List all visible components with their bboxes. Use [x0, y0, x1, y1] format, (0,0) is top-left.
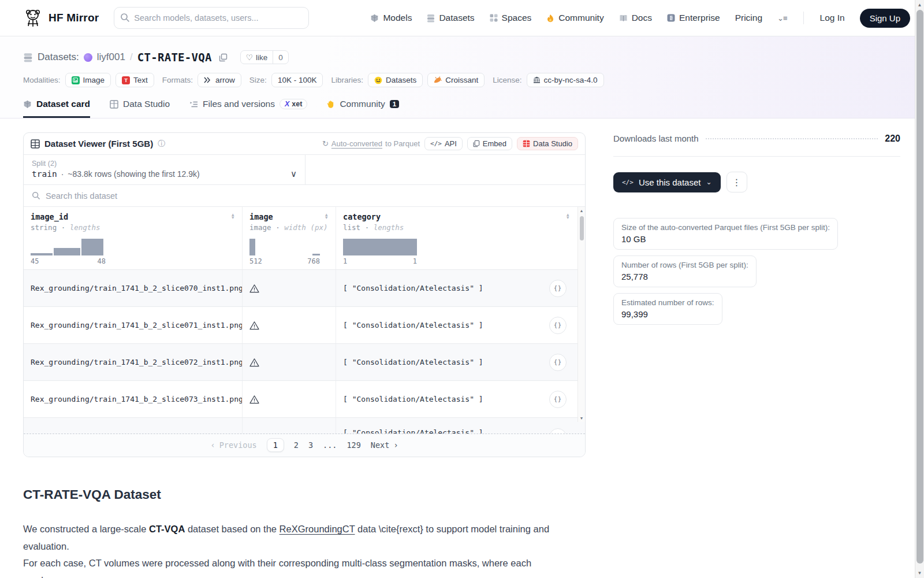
page-2-button[interactable]: 2	[294, 440, 299, 450]
scroll-down-icon[interactable]: ▼	[915, 570, 924, 576]
expand-json-button[interactable]: {}	[549, 280, 567, 297]
code-icon: </>	[622, 179, 634, 186]
rexgroundingct-link[interactable]: ReXGroundingCT	[280, 524, 355, 534]
table-row[interactable]: Rex_grounding/train_1741_b_2_slice071_in…	[24, 306, 585, 343]
size-pill[interactable]: 10K - 100K	[271, 73, 323, 87]
image-id-cell: Rex_grounding/train_1741_b_2_slice070_in…	[24, 270, 242, 306]
chevron-left-icon: ‹	[210, 440, 215, 450]
table-scrollbar-thumb[interactable]	[580, 216, 584, 240]
nav-item-datasets[interactable]: Datasets	[427, 13, 474, 23]
scroll-up-icon[interactable]: ▲	[578, 209, 585, 213]
files-list-icon	[189, 101, 198, 108]
tab-community[interactable]: Community 1	[327, 99, 399, 118]
format-arrow-pill[interactable]: arrow	[198, 73, 241, 87]
modality-text-pill[interactable]: T Text	[116, 73, 154, 87]
page-scrollbar[interactable]: ▲ ▼	[915, 0, 924, 578]
code-icon: </>	[430, 140, 442, 147]
page-129-button[interactable]: 129	[346, 440, 360, 450]
dataset-meta-row: Modalities: Image T Text Formats: arrow …	[23, 73, 901, 87]
nav-item-pricing[interactable]: Pricing	[735, 13, 762, 23]
dataset-card-readme: CT-RATE-VQA Dataset We constructed a lar…	[23, 487, 550, 578]
scroll-down-icon[interactable]: ▼	[578, 416, 585, 420]
library-croissant-pill[interactable]: Croissant	[427, 73, 485, 87]
license-pill[interactable]: cc-by-nc-sa-4.0	[527, 73, 604, 87]
expand-json-button[interactable]: {}	[549, 317, 567, 334]
login-button[interactable]: Log In	[820, 13, 845, 23]
table-row[interactable]: [ "Consolidation/Atelectasis" ]{}	[24, 417, 585, 433]
tab-files-and-versions[interactable]: Files and versions Xxet	[189, 99, 307, 118]
stat-number-of-rows: Number of rows (First 5GB per split): 25…	[613, 255, 757, 287]
page-3-button[interactable]: 3	[308, 440, 313, 450]
auto-converted-link[interactable]: Auto-converted	[331, 139, 382, 148]
like-button[interactable]: ♡ like	[241, 51, 273, 64]
nav-item-enterprise[interactable]: Enterprise	[667, 13, 720, 23]
datasets-db-icon	[23, 53, 33, 62]
breadcrumb-datasets-label[interactable]: Datasets:	[38, 51, 79, 63]
sort-icon[interactable]: ▲▼	[231, 214, 235, 219]
chevron-down-icon: ⌄	[706, 178, 711, 186]
expand-json-button[interactable]: {}	[549, 354, 567, 371]
pagination-bar: ‹ Previous 1 2 3 ... 129 Next ›	[24, 433, 585, 457]
tab-dataset-card[interactable]: Dataset card	[23, 99, 90, 118]
auto-converted-note: ↻ Auto-converted to Parquet	[322, 139, 420, 148]
table-scrollbar[interactable]: ▲ ▼	[578, 207, 585, 422]
expand-json-button[interactable]: {}	[549, 391, 567, 408]
column-header-category[interactable]: category ▲▼ list · lengths 11	[336, 207, 585, 269]
info-icon[interactable]: ⓘ	[158, 139, 165, 149]
table-row[interactable]: Rex_grounding/train_1741_b_2_slice073_in…	[24, 380, 585, 417]
sort-icon[interactable]: ▲▼	[325, 214, 329, 219]
stat-parquet-size: Size of the auto-converted Parquet files…	[613, 218, 838, 250]
signup-button[interactable]: Sign Up	[860, 9, 910, 28]
expand-json-button[interactable]: {}	[549, 428, 567, 433]
dataset-card-cube-icon	[23, 100, 32, 109]
modality-image-pill[interactable]: Image	[65, 73, 111, 87]
croissant-icon	[434, 76, 442, 84]
nav-item-community[interactable]: Community	[546, 13, 603, 23]
owner-link[interactable]: liyf001	[97, 51, 125, 63]
image-modality-icon	[72, 76, 80, 84]
table-row[interactable]: Rex_grounding/train_1741_b_2_slice072_in…	[24, 343, 585, 380]
stat-estimated-rows: Estimated number of rows: 99,399	[613, 293, 722, 325]
nav-item-models[interactable]: Models	[370, 13, 412, 23]
more-menu-icon[interactable]: ⌄≡	[777, 14, 787, 23]
owner-avatar[interactable]	[84, 53, 92, 62]
next-page-button[interactable]: Next ›	[371, 440, 398, 450]
nav-item-docs[interactable]: Docs	[619, 13, 652, 23]
global-search	[114, 7, 309, 29]
nav-item-spaces[interactable]: Spaces	[490, 13, 532, 23]
data-studio-red-table-icon	[523, 140, 530, 147]
use-this-dataset-button[interactable]: </> Use this dataset ⌄	[613, 172, 721, 192]
data-studio-button[interactable]: Data Studio	[517, 137, 578, 150]
size-label: Size:	[249, 76, 267, 84]
ct-vqa-bold: CT-VQA	[149, 524, 185, 534]
previous-page-button[interactable]: ‹ Previous	[210, 440, 256, 450]
image-id-histogram	[31, 238, 106, 255]
brand[interactable]: HF Mirror	[23, 8, 99, 28]
scroll-up-icon[interactable]: ▲	[915, 2, 924, 8]
column-header-image[interactable]: image ▲▼ image · width (px) 512768	[242, 207, 336, 269]
image-unavailable-warning-icon	[249, 358, 259, 367]
sort-icon[interactable]: ▲▼	[566, 214, 570, 219]
more-options-button[interactable]: ⋮	[726, 172, 747, 192]
table-row[interactable]: Rex_grounding/train_1741_b_2_slice070_in…	[24, 269, 585, 306]
split-value: train	[32, 169, 57, 179]
community-flame-icon	[546, 14, 554, 23]
split-selector[interactable]: Split (2) train · ~83.8k rows (showing t…	[24, 155, 305, 184]
embed-button[interactable]: Embed	[467, 137, 512, 150]
copy-name-icon[interactable]	[219, 53, 228, 62]
breadcrumb: Datasets: liyf001 / CT-RATE-VQA ♡ like 0	[23, 50, 901, 64]
image-width-histogram	[249, 238, 320, 255]
tab-data-studio[interactable]: Data Studio	[110, 99, 170, 118]
page-scrollbar-thumb[interactable]	[916, 10, 923, 564]
library-datasets-pill[interactable]: Datasets	[368, 73, 423, 87]
page-1-button[interactable]: 1	[267, 438, 284, 452]
table-header-row: image_id ▲▼ string · lengths 4548 image …	[24, 207, 585, 269]
search-input[interactable]	[114, 7, 309, 29]
page-ellipsis: ...	[323, 440, 337, 450]
like-count[interactable]: 0	[273, 51, 288, 64]
column-header-image-id[interactable]: image_id ▲▼ string · lengths 4548	[24, 207, 242, 269]
dataset-search-input[interactable]	[46, 191, 577, 201]
embed-copy-icon	[473, 140, 480, 147]
api-button[interactable]: </> API	[424, 137, 463, 150]
brand-title: HF Mirror	[49, 12, 99, 24]
